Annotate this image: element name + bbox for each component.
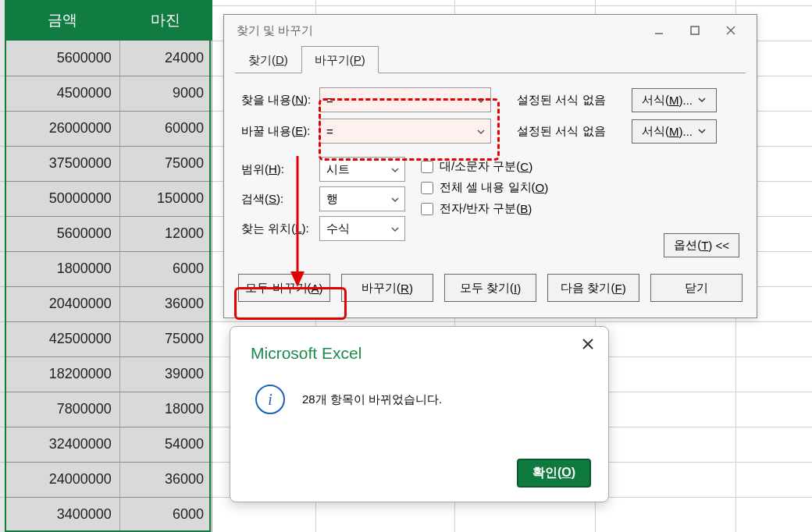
cell[interactable]: 9000 — [119, 76, 212, 111]
cell[interactable]: 24000 — [119, 41, 212, 76]
msgbox-body: 28개 항목이 바뀌었습니다. — [302, 392, 442, 407]
search-label: 검색(S): — [241, 192, 319, 207]
cell[interactable]: 5600000 — [5, 41, 119, 76]
tab-replace[interactable]: 바꾸기(P) — [301, 46, 379, 73]
col-header-margin[interactable]: 마진 — [119, 0, 212, 41]
spreadsheet: 금액 마진 560000024000 45000009000 260000006… — [0, 0, 212, 532]
cell[interactable]: 12000 — [119, 216, 212, 251]
find-format-button[interactable]: 서식(M)... — [632, 88, 717, 112]
chevron-down-icon[interactable] — [390, 193, 400, 207]
options-button[interactable]: 옵션(T) << — [664, 233, 739, 257]
replace-button[interactable]: 바꾸기(R) — [341, 274, 433, 302]
replace-format-text: 설정된 서식 없음 — [499, 124, 624, 139]
cell[interactable]: 1800000 — [5, 251, 119, 286]
cell[interactable]: 50000000 — [5, 181, 119, 216]
lookin-label: 찾는 위치(L): — [241, 222, 319, 236]
cell[interactable]: 4500000 — [5, 76, 119, 111]
cell[interactable]: 3400000 — [5, 497, 119, 532]
chevron-down-icon[interactable] — [476, 94, 486, 108]
cell[interactable]: 24000000 — [5, 462, 119, 497]
match-entire-checkbox[interactable]: 전체 셀 내용 일치(O) — [421, 180, 548, 195]
cell[interactable]: 18200000 — [5, 356, 119, 392]
titlebar[interactable]: 찾기 및 바꾸기 — [224, 15, 757, 46]
info-icon: i — [255, 385, 285, 414]
chevron-down-icon[interactable] — [390, 164, 400, 177]
cell[interactable]: 75000 — [119, 321, 212, 356]
chevron-down-icon[interactable] — [697, 125, 707, 138]
cell[interactable]: 6000 — [119, 497, 212, 532]
cell[interactable]: 5600000 — [5, 216, 119, 251]
cell[interactable]: 6000 — [119, 251, 212, 286]
close-button[interactable]: 닫기 — [650, 274, 743, 302]
tab-find[interactable]: 찾기(D) — [235, 46, 301, 73]
cell[interactable]: 32400000 — [5, 427, 119, 462]
cell[interactable]: 75000 — [119, 146, 212, 181]
cell[interactable]: 18000 — [119, 392, 212, 427]
close-icon[interactable] — [582, 338, 594, 353]
minimize-button[interactable] — [641, 18, 677, 43]
cell[interactable]: 42500000 — [5, 321, 119, 356]
chevron-down-icon[interactable] — [697, 94, 707, 107]
chevron-down-icon[interactable] — [390, 223, 400, 236]
find-what-label: 찾을 내용(N): — [241, 93, 319, 108]
cell[interactable]: 60000 — [119, 111, 212, 146]
cell[interactable]: 36000 — [119, 462, 212, 497]
match-case-checkbox[interactable]: 대/소문자 구분(C) — [421, 159, 548, 174]
msgbox-title: Microsoft Excel — [251, 344, 588, 363]
dialog-title: 찾기 및 바꾸기 — [237, 23, 313, 38]
replace-format-button[interactable]: 서식(M)... — [632, 119, 717, 144]
find-next-button[interactable]: 다음 찾기(F) — [547, 274, 639, 302]
close-button[interactable] — [713, 18, 749, 43]
find-format-text: 설정된 서식 없음 — [499, 93, 624, 108]
cell[interactable]: 36000 — [119, 286, 212, 321]
maximize-button[interactable] — [677, 18, 713, 43]
search-select[interactable]: 행 — [319, 186, 405, 211]
svg-rect-1 — [691, 27, 699, 34]
replace-with-input[interactable]: = — [319, 119, 491, 144]
cell[interactable]: 39000 — [119, 356, 212, 392]
scope-label: 범위(H): — [241, 162, 319, 177]
find-replace-dialog: 찾기 및 바꾸기 찾기(D) 바꾸기(P) 찾을 내용(N): = 설정된 서식… — [223, 14, 757, 318]
find-what-input[interactable]: = — [319, 87, 491, 112]
cell[interactable]: 20400000 — [5, 286, 119, 321]
cell[interactable]: 7800000 — [5, 392, 119, 427]
find-all-button[interactable]: 모두 찾기(I) — [444, 274, 536, 302]
scope-select[interactable]: 시트 — [319, 157, 405, 182]
replace-with-label: 바꿀 내용(E): — [241, 124, 319, 139]
message-box: Microsoft Excel i 28개 항목이 바뀌었습니다. 확인(O) — [230, 326, 609, 502]
col-header-amount[interactable]: 금액 — [5, 0, 119, 41]
lookin-select[interactable]: 수식 — [319, 216, 405, 241]
match-byte-checkbox[interactable]: 전자/반자 구분(B) — [421, 201, 548, 216]
cell[interactable]: 150000 — [119, 181, 212, 216]
ok-button[interactable]: 확인(O) — [517, 459, 591, 488]
chevron-down-icon[interactable] — [476, 126, 486, 139]
cell[interactable]: 26000000 — [5, 111, 119, 146]
replace-all-button[interactable]: 모두 바꾸기(A) — [238, 274, 330, 302]
cell[interactable]: 37500000 — [5, 146, 119, 181]
tab-strip: 찾기(D) 바꾸기(P) — [224, 46, 757, 73]
cell[interactable]: 54000 — [119, 427, 212, 462]
